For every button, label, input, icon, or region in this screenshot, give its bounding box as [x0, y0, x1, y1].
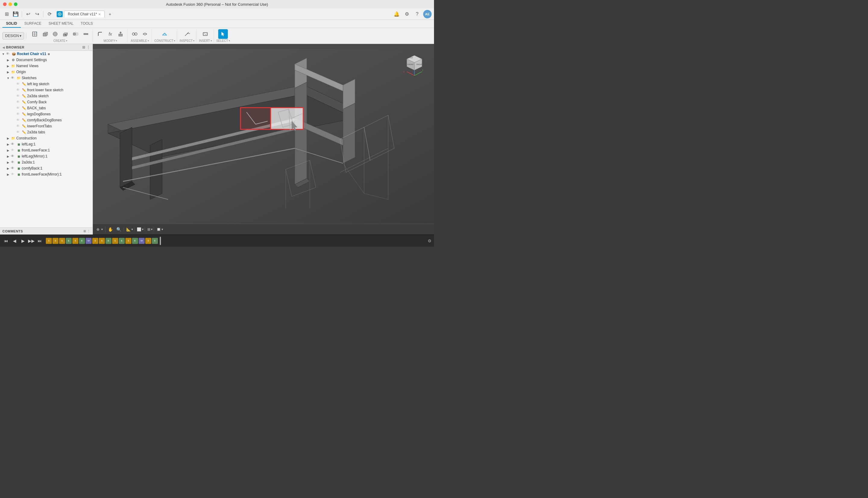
create-label[interactable]: CREATE▾	[53, 39, 67, 42]
visibility-backtabs[interactable]: 👁	[16, 106, 21, 110]
tree-item-root[interactable]: ▼ 👁 📦 Rocket Chair v11 ⏺	[0, 51, 92, 57]
tree-item-lowerfronttabs[interactable]: 👁 ✏️ lowerFrontTabs	[0, 123, 92, 129]
expand-arrow-frontlowerfacemirror1[interactable]: ▶	[6, 173, 10, 176]
expand-arrow-comfyback1[interactable]: ▶	[6, 167, 10, 170]
timeline-extrude-3[interactable]: E	[105, 238, 112, 244]
expand-arrow-leftleg1[interactable]: ▶	[6, 143, 10, 146]
timeline-sketch-3[interactable]: S	[59, 238, 65, 244]
tree-item-2a3databs[interactable]: 👁 ✏️ 2a3da tabs	[0, 129, 92, 135]
timeline-sketch-5[interactable]: S	[92, 238, 98, 244]
timeline-extrude-4[interactable]: E	[119, 238, 125, 244]
tree-item-origin[interactable]: ▶ 📁 Origin	[0, 69, 92, 75]
user-avatar[interactable]: AE	[423, 10, 432, 18]
timeline-end-marker[interactable]	[160, 237, 161, 245]
sidebar-toggle-btn[interactable]: ⊞	[82, 45, 85, 49]
visibility-leftlegsketch[interactable]: 👁	[16, 82, 21, 86]
visibility-frontlowerface[interactable]: 👁	[16, 88, 21, 92]
timeline-last-btn[interactable]: ⏭	[36, 237, 43, 245]
tree-item-comfyback[interactable]: 👁 ✏️ Comfy Back	[0, 99, 92, 105]
joint-icon[interactable]	[130, 29, 140, 39]
sidebar-collapse-icon[interactable]: ◀	[2, 46, 5, 49]
expand-arrow-leftlegmirror1[interactable]: ▶	[6, 155, 10, 158]
new-tab-button[interactable]: +	[106, 10, 114, 18]
tree-item-comfyback1[interactable]: ▶ 👁 ◼ comfyBack:1	[0, 165, 92, 171]
visibility-sketch2a3da[interactable]: 👁	[16, 94, 21, 98]
tab-solid[interactable]: SOLID	[2, 20, 21, 28]
motion-icon[interactable]	[140, 29, 150, 39]
inspect-label[interactable]: INSPECT▾	[180, 39, 194, 42]
sphere-icon[interactable]	[50, 29, 60, 39]
comments-expand-btn[interactable]: ⊞	[84, 230, 86, 233]
settings-icon[interactable]: ⚙	[403, 10, 411, 18]
visibility-sketches[interactable]: 👁	[11, 76, 15, 80]
timeline-extrude-6[interactable]: E	[152, 238, 158, 244]
timeline-sketch-1[interactable]: S	[46, 238, 52, 244]
minimize-button[interactable]	[9, 2, 12, 6]
redo-icon[interactable]: ↪	[33, 10, 41, 18]
tree-item-leftleg1[interactable]: ▶ 👁 ◼ leftLeg:1	[0, 141, 92, 147]
modify-label[interactable]: MODIFY▾	[104, 39, 117, 42]
measure-button[interactable]: 📐	[126, 227, 131, 232]
visibility-root[interactable]: 👁	[6, 52, 10, 56]
timeline-mirror-1[interactable]: M	[86, 238, 92, 244]
mirror-icon[interactable]	[71, 29, 80, 39]
insert-image-icon[interactable]	[201, 29, 210, 39]
pan-icon[interactable]: ✋	[107, 226, 114, 233]
visibility-legsdogbones[interactable]: 👁	[16, 112, 21, 116]
timeline-next-btn[interactable]: ▶▶	[28, 237, 35, 245]
snap-arrow[interactable]: ▾	[101, 227, 103, 231]
tree-item-frontlowerface[interactable]: 👁 ✏️ front lower face sketch	[0, 87, 92, 93]
select-icon[interactable]	[218, 29, 228, 39]
tree-item-comfybackdogbones[interactable]: 👁 ✏️ comfyBackDogBones	[0, 117, 92, 123]
grid-button[interactable]: ⊞	[148, 227, 150, 232]
push-pull-icon[interactable]	[116, 29, 125, 39]
design-button[interactable]: DESIGN ▾	[2, 32, 24, 39]
visibility-frontlowerface1[interactable]: 👁	[11, 148, 15, 152]
help-icon[interactable]: ?	[413, 10, 421, 18]
tree-item-frontlowerface1[interactable]: ▶ 👁 ◼ frontLowerFace:1	[0, 147, 92, 153]
visibility-comfybackdogbones[interactable]: 👁	[16, 118, 21, 122]
tree-item-namedviews[interactable]: ▶ 📁 Named Views	[0, 63, 92, 69]
snap-button[interactable]: ⊕	[95, 227, 101, 232]
view-cube[interactable]: Z Y TOP FRONT RIGHT	[401, 50, 428, 77]
timeline-prev-btn[interactable]: ◀	[11, 237, 18, 245]
visibility-leftlegmirror1[interactable]: 👁	[11, 154, 15, 158]
timeline-extrude-1[interactable]: E	[66, 238, 72, 244]
tree-item-leftlegsketch[interactable]: 👁 ✏️ left leg sketch	[0, 81, 92, 87]
display-mode-arrow[interactable]: ▾	[142, 227, 143, 231]
render-button[interactable]: 🔲	[156, 227, 161, 232]
expand-arrow-construction[interactable]: ▶	[6, 137, 10, 140]
tree-item-frontlowerfacemirror1[interactable]: ▶ 👁 ◼ frontLowerFace(Mirror):1	[0, 171, 92, 177]
fillet-icon[interactable]	[95, 29, 105, 39]
comments-more-btn[interactable]: ⋮	[87, 230, 90, 233]
expand-arrow-origin[interactable]: ▶	[6, 70, 10, 74]
timeline-track[interactable]: S S S E S E M S S E S E S E M S E	[44, 237, 426, 245]
tree-item-backtabs[interactable]: 👁 ✏️ BACK_tabs	[0, 105, 92, 111]
visibility-comfyback[interactable]: 👁	[16, 100, 21, 104]
expand-arrow-root[interactable]: ▼	[1, 52, 5, 56]
visibility-2a3databs[interactable]: 👁	[16, 130, 21, 134]
timeline-sketch-6[interactable]: S	[99, 238, 105, 244]
canvas[interactable]: Z Y TOP FRONT RIGHT ⊕ ▾ ✋ 🔍 📐 ▾	[93, 44, 434, 235]
timeline-sketch-4[interactable]: S	[72, 238, 78, 244]
history-icon[interactable]: ⟳	[45, 10, 54, 18]
expand-arrow-2a3da1[interactable]: ▶	[6, 161, 10, 164]
assemble-label[interactable]: ASSEMBLE▾	[131, 39, 149, 42]
timeline-mirror-2[interactable]: M	[139, 238, 145, 244]
timeline-extrude-5[interactable]: E	[132, 238, 138, 244]
display-mode-button[interactable]: ⬜	[137, 227, 141, 232]
expand-arrow-sketches[interactable]: ▼	[6, 77, 10, 80]
tab-surface[interactable]: SURFACE	[21, 20, 45, 28]
sidebar-more-btn[interactable]: ⋮	[87, 45, 90, 49]
visibility-comfyback1[interactable]: 👁	[11, 166, 15, 170]
visibility-leftleg1[interactable]: 👁	[11, 142, 15, 146]
tree-item-docsettings[interactable]: ▶ ⚙ Document Settings	[0, 57, 92, 63]
tree-item-2a3da1[interactable]: ▶ 👁 ◼ 2a3da:1	[0, 159, 92, 165]
timeline-sketch-2[interactable]: S	[52, 238, 59, 244]
timeline-settings-icon[interactable]: ⚙	[428, 238, 432, 243]
timeline-play-btn[interactable]: ▶	[19, 237, 26, 245]
tab-close-icon[interactable]: ✕	[98, 13, 101, 16]
grid-arrow[interactable]: ▾	[151, 227, 153, 231]
tab-tools[interactable]: TOOLS	[77, 20, 97, 28]
close-button[interactable]	[3, 2, 7, 6]
